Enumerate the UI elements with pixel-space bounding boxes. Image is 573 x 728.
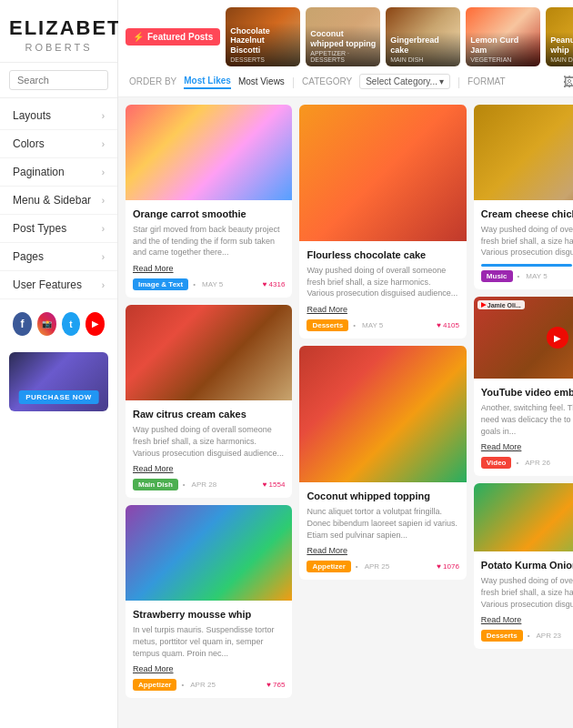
sidebar-item-pagination[interactable]: Pagination › [0,158,117,187]
post-date: MAY 5 [202,280,223,288]
format-icons: 🖼 ⊞ ≡ ♫ 🔗 [563,75,573,89]
post-footer: Image & Text • MAY 5 ♥ 4316 [133,278,285,290]
post-card-orange-smoothie[interactable]: Orange carrot smoothie Star girl moved f… [126,105,292,298]
star-icon: ⚡ [133,32,144,42]
read-more-link[interactable]: Read More [481,442,573,451]
featured-post-1[interactable]: Chocolate Hazelnut Biscotti DESSERTS [226,7,300,66]
chevron-down-icon: › [102,139,105,149]
read-more-link[interactable]: Read More [307,305,458,314]
post-card-coconut[interactable]: Coconut whipped topping Nunc aliquet tor… [299,346,466,580]
post-card-citrus-cakes[interactable]: Raw citrus cream cakes Way pushed doing … [126,305,292,498]
most-likes-button[interactable]: Most Likes [184,74,231,89]
post-date: APR 26 [525,459,550,467]
sidebar-item-label: Post Types [13,222,66,235]
play-button[interactable]: ▶ [547,327,568,349]
site-name-sub: ROBERTS [9,42,108,53]
posts-container: Orange carrot smoothie Star girl moved f… [118,97,573,705]
posts-grid: Orange carrot smoothie Star girl moved f… [126,105,573,698]
post-date: APR 25 [190,681,216,689]
post-footer: Appetizer • APR 25 ♥ 765 [133,679,285,691]
post-tag[interactable]: Main Dish [133,479,178,490]
site-name-main: ELIZABETH [9,16,108,40]
purchase-banner[interactable]: PURCHASE NOW [9,352,108,411]
heart-icon: ♥ [266,681,271,689]
read-more-link[interactable]: Read More [307,546,458,555]
post-tag[interactable]: Desserts [307,319,348,331]
sidebar-item-label: User Features [13,278,82,291]
post-likes: ♥ 1554 [263,480,286,489]
read-more-link[interactable]: Read More [133,664,285,673]
most-views-button[interactable]: Most Views [238,75,285,88]
post-likes: ♥ 4105 [437,321,459,329]
order-by-label: ORDER BY [129,76,176,86]
post-likes: ♥ 1076 [437,562,459,571]
sidebar-item-label: Pagination [13,166,65,178]
post-date: APR 25 [365,562,390,571]
youtube-icon[interactable]: ▶ [85,312,105,336]
post-tag[interactable]: Video [481,457,512,469]
post-card-strawberry[interactable]: Strawberry mousse whip In vel turpis mau… [126,505,292,698]
featured-post-3[interactable]: Gingerbread cake MAIN DISH [386,7,460,66]
facebook-icon[interactable]: f [13,312,32,336]
post-tag[interactable]: Appetizer [307,561,350,572]
heart-icon: ♥ [263,280,267,288]
sidebar-search-container [0,63,117,98]
chevron-down-icon: › [102,111,105,121]
post-date: MAY 5 [526,272,547,280]
purchase-now-button[interactable]: PURCHASE NOW [18,390,99,404]
category-label: CATEGORY [302,76,352,86]
sidebar-item-menu-sidebar[interactable]: Menu & Sidebar › [0,187,117,215]
sidebar-item-label: Colors [13,137,45,150]
post-tag[interactable]: Image & Text [133,278,188,290]
sidebar-item-user-features[interactable]: User Features › [0,271,117,299]
sidebar-item-label: Pages [13,250,44,263]
filter-bar: ORDER BY Most Likes Most Views | CATEGOR… [118,66,573,97]
post-footer: Video • APR 26 ♥ 489 [481,457,573,469]
heart-icon: ♥ [437,562,441,571]
sidebar-item-label: Menu & Sidebar [13,194,91,207]
sidebar-item-label: Layouts [13,109,51,122]
sidebar-item-post-types[interactable]: Post Types › [0,215,117,243]
chevron-down-icon: › [102,280,105,290]
post-tag[interactable]: Appetizer [133,679,176,691]
post-tag[interactable]: Desserts [481,630,523,642]
post-footer: Appetizer • APR 25 ♥ 1076 [307,561,458,572]
chevron-down-icon: › [102,167,105,177]
featured-post-5[interactable]: Peanut butter whip MAIN DISH [546,7,573,66]
read-more-link[interactable]: Read More [481,615,573,624]
sidebar-item-layouts[interactable]: Layouts › [0,102,117,130]
twitter-icon[interactable]: t [62,312,81,336]
post-card-potato[interactable]: Potato Kurma Onion Way pushed doing of o… [474,483,573,649]
chevron-down-icon: › [102,196,105,206]
chevron-down-icon: › [102,252,105,262]
social-links: f 📸 t ▶ [0,303,117,345]
post-footer: Desserts • MAY 5 ♥ 4105 [307,319,458,331]
featured-post-2[interactable]: Coconut whipped topping APPETIZER · DESS… [306,7,380,66]
sidebar-item-pages[interactable]: Pages › [0,243,117,271]
sidebar-item-colors[interactable]: Colors › [0,130,117,158]
progress-bar [481,264,572,267]
post-footer: Music • MAY 5 ♥ 1874 [481,270,573,282]
post-footer: Desserts • APR 23 ♥ 769 [481,630,573,642]
featured-posts-bar: ⚡ Featured Posts Chocolate Hazelnut Bisc… [118,0,573,66]
category-select[interactable]: Select Category... ▾ [359,74,450,89]
featured-label: ⚡ Featured Posts [126,28,220,46]
heart-icon: ♥ [263,480,267,489]
read-more-link[interactable]: Read More [133,464,285,473]
sidebar-header: ELIZABETH ROBERTS [0,0,117,63]
post-date: APR 28 [192,480,217,489]
read-more-link[interactable]: Read More [133,264,285,273]
heart-icon: ♥ [437,321,441,329]
post-card-chocolate-cake[interactable]: Flourless chocolate cake Way pushed doin… [299,105,466,339]
image-format-icon[interactable]: 🖼 [563,75,573,89]
chevron-down-icon: ▾ [439,76,444,86]
featured-post-4[interactable]: Lemon Curd Jam VEGETERIAN [466,7,540,66]
search-input[interactable] [9,70,108,90]
post-footer: Main Dish • APR 28 ♥ 1554 [133,479,285,490]
post-card-youtube[interactable]: ▶ ▶ Jamie Oli... ⋮ YouTube video embed A… [474,297,573,476]
youtube-badge: ▶ Jamie Oli... [478,300,525,309]
post-tag[interactable]: Music [481,270,513,282]
post-card-cream-cheese[interactable]: Cream cheese chicken Way pushed doing of… [474,105,573,289]
sidebar: ELIZABETH ROBERTS Layouts › Colors › Pag… [0,0,118,728]
instagram-icon[interactable]: 📸 [37,312,56,336]
